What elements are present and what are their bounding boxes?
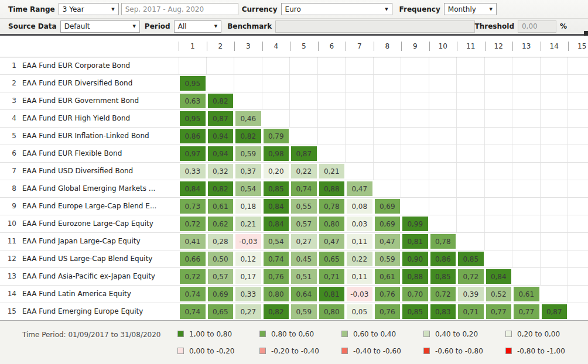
row-number: 11 [0, 233, 16, 250]
empty-cell [429, 128, 457, 145]
correlation-cell: 0,97 [179, 145, 207, 162]
matrix-row: 11EAA Fund Japan Large-Cap Equity0,410,2… [0, 233, 588, 250]
empty-cell [512, 57, 541, 74]
empty-cell [401, 145, 429, 162]
empty-cell [541, 75, 569, 92]
column-header: 11 [457, 36, 485, 57]
empty-cell [485, 198, 513, 215]
empty-cell [512, 92, 541, 109]
empty-cell [457, 198, 485, 215]
column-header-band: 123456789101112131415 [0, 36, 588, 57]
row-cells [179, 57, 588, 74]
empty-cell [429, 110, 457, 127]
matrix-row: 9EAA Fund Europe Large-Cap Blend E...0,7… [0, 198, 588, 215]
empty-cell [401, 75, 429, 92]
empty-cell [401, 128, 429, 145]
correlation-cell: 0,72 [179, 215, 207, 232]
date-range-input[interactable] [121, 3, 238, 15]
row-cells: 0,740,690,330,800,640,81-0,030,760,700,7… [179, 286, 588, 303]
correlation-cell: 0,62 [207, 215, 235, 232]
empty-cell [568, 286, 588, 303]
correlation-cell: 0,61 [512, 286, 541, 303]
legend-label: 0,40 to 0,20 [435, 330, 478, 338]
fund-name: EAA Fund EUR Diversified Bond [22, 75, 132, 92]
benchmark-input[interactable] [275, 20, 474, 33]
legend-label: 0,20 to 0,00 [517, 330, 560, 338]
correlation-cell: 0,18 [234, 198, 262, 215]
empty-cell [512, 215, 541, 232]
correlation-cell: 0,85 [262, 180, 290, 197]
correlation-cell: 0,21 [318, 163, 346, 180]
correlation-cell: 0,87 [290, 145, 318, 162]
empty-cell [429, 75, 457, 92]
empty-cell [234, 92, 262, 109]
empty-cell [429, 57, 457, 74]
empty-cell [512, 128, 541, 145]
empty-cell [457, 163, 485, 180]
empty-cell [401, 92, 429, 109]
legend-label: 0,60 to 0,40 [353, 330, 396, 338]
correlation-cell: 0,71 [457, 303, 485, 320]
matrix-grid: 1EAA Fund EUR Corporate Bond2EAA Fund EU… [0, 57, 588, 321]
correlation-cell: 0,11 [346, 233, 374, 250]
frequency-value: Monthly [448, 5, 476, 13]
row-cells: 0,410,28-0,030,540,270,470,110,470,810,7… [179, 233, 588, 250]
matrix-row: 7EAA Fund USD Diversified Bond0,330,320,… [0, 163, 588, 180]
correlation-cell: 0,22 [290, 163, 318, 180]
empty-cell [457, 92, 485, 109]
correlation-cell: 0,57 [207, 268, 235, 285]
time-range-select[interactable]: 3 Year ▼ [59, 3, 119, 15]
empty-cell [318, 92, 346, 109]
correlation-cell: 0,80 [318, 215, 346, 232]
correlation-cell: 0,78 [429, 233, 457, 250]
fund-name: EAA Fund Emerging Europe Equity [22, 303, 143, 320]
empty-cell [262, 57, 290, 74]
correlation-cell: 0,61 [374, 268, 402, 285]
correlation-cell: 0,85 [401, 303, 429, 320]
empty-cell [234, 75, 262, 92]
empty-cell [346, 163, 374, 180]
correlation-cell: 0,71 [318, 268, 346, 285]
correlation-cell: 0,12 [234, 250, 262, 267]
correlation-cell: 0,59 [234, 145, 262, 162]
empty-cell [262, 92, 290, 109]
row-cells: 0,860,940,820,79 [179, 128, 588, 145]
empty-cell [262, 110, 290, 127]
period-select[interactable]: All ▼ [174, 20, 221, 33]
correlation-cell: 0,82 [207, 92, 235, 109]
time-range-label: Time Range [8, 5, 55, 13]
empty-cell [485, 75, 513, 92]
legend-item: -0,60 to -0,80 [423, 347, 505, 355]
column-header: 7 [346, 36, 374, 57]
fund-name: EAA Fund EUR High Yield Bond [22, 110, 130, 127]
frequency-label: Frequency [399, 5, 440, 13]
empty-cell [541, 250, 569, 267]
correlation-cell: 0,81 [318, 286, 346, 303]
legend-item: -0,80 to -1,00 [505, 347, 587, 355]
empty-cell [457, 57, 485, 74]
empty-cell [262, 75, 290, 92]
currency-select[interactable]: Euro ▼ [281, 3, 392, 15]
empty-cell [541, 57, 569, 74]
empty-cell [318, 110, 346, 127]
correlation-cell: 0,57 [290, 215, 318, 232]
empty-cell [401, 163, 429, 180]
row-number: 4 [0, 110, 16, 127]
frequency-select[interactable]: Monthly ▼ [444, 3, 497, 15]
legend-label: -0,40 to -0,60 [353, 347, 401, 355]
empty-cell [234, 57, 262, 74]
chevron-down-icon: ▼ [132, 24, 135, 29]
correlation-cell: 0,82 [234, 128, 262, 145]
source-data-select[interactable]: Default ▼ [60, 20, 140, 33]
column-header: 12 [485, 36, 513, 57]
empty-cell [374, 145, 402, 162]
empty-cell [485, 145, 513, 162]
correlation-cell: 0,72 [429, 286, 457, 303]
matrix-row: 10EAA Fund Eurozone Large-Cap Equity0,72… [0, 215, 588, 233]
legend-label: -0,20 to -0,40 [271, 347, 319, 355]
empty-cell [485, 110, 513, 127]
empty-cell [457, 75, 485, 92]
threshold-input[interactable] [518, 20, 556, 33]
empty-cell [541, 128, 569, 145]
fund-name: EAA Fund USD Diversified Bond [22, 163, 133, 180]
